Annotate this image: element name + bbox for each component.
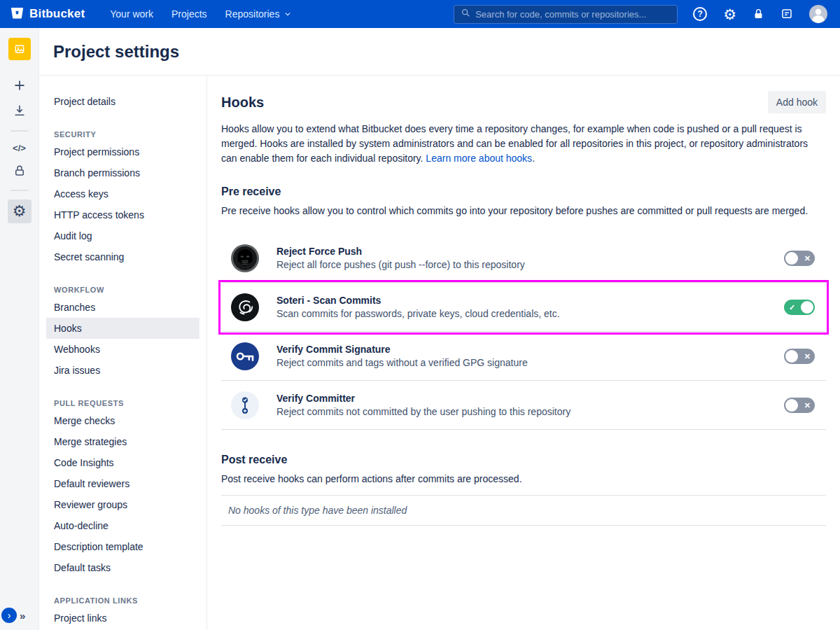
topnav-links: Your workProjectsRepositories [103,4,300,24]
create-plus-icon[interactable] [13,78,27,92]
settings-nav-item-project-permissions[interactable]: Project permissions [46,141,200,162]
settings-nav-item-merge-strategies[interactable]: Merge strategies [46,431,200,452]
user-avatar[interactable] [809,5,827,23]
help-icon[interactable]: ? [693,7,707,21]
hook-toggle-reject-force-push[interactable]: ✕ [784,251,815,266]
topnav-icon-group: ? ⚙ [693,5,827,23]
settings-nav-item-auto-decline[interactable]: Auto-decline [46,515,200,536]
search-input[interactable] [475,9,671,20]
toggle-knob [785,399,798,412]
settings-nav-item-default-tasks[interactable]: Default tasks [46,557,200,578]
toggle-cross-icon: ✕ [804,401,811,409]
top-navigation-bar: Bitbucket Your workProjectsRepositories … [0,0,840,28]
project-avatar[interactable] [8,38,31,60]
settings-nav-item-hooks[interactable]: Hooks [46,318,200,339]
page-title: Project settings [53,42,179,62]
post-receive-heading: Post receive [221,454,826,466]
hook-description: Reject all force pushes (git push --forc… [276,259,525,270]
search-icon [461,8,470,20]
toggle-cross-icon: ✕ [804,254,811,262]
rail-divider [10,130,29,132]
settings-nav-item-description-template[interactable]: Description template [46,536,200,557]
settings-nav-item-merge-checks[interactable]: Merge checks [46,410,200,431]
settings-nav-item-reviewer-groups[interactable]: Reviewer groups [46,494,200,515]
hooks-intro: Hooks allow you to extend what Bitbucket… [221,122,826,166]
hook-row-reject-force-push: Reject Force PushReject all force pushes… [221,234,826,283]
hook-description: Reject commits not committed by the user… [276,406,570,417]
security-lock-icon[interactable] [752,8,764,20]
add-hook-button[interactable]: Add hook [768,91,826,113]
left-rail: </> ⚙ › » [0,28,39,630]
topnav-link-repositories[interactable]: Repositories [218,4,300,24]
pre-receive-description: Pre receive hooks allow you to control w… [221,204,826,218]
post-receive-description: Post receive hooks can perform actions a… [221,472,826,486]
hook-name: Reject Force Push [276,246,525,257]
settings-nav-item-branch-permissions[interactable]: Branch permissions [46,162,200,183]
toggle-check-icon: ✓ [789,303,795,311]
toggle-knob [801,301,813,314]
bitbucket-logo[interactable]: Bitbucket [10,6,85,23]
topnav-link-your-work[interactable]: Your work [103,4,160,24]
toggle-knob [785,350,798,363]
pre-receive-heading: Pre receive [221,186,826,198]
double-chevron-icon[interactable]: » [20,610,25,622]
hook-row-verify-committer: Verify CommitterReject commits not commi… [221,381,826,430]
expand-sidebar-icon[interactable]: › [1,608,17,623]
settings-nav-item-jira-issues[interactable]: Jira issues [46,360,200,381]
soteri-logo-icon [231,293,259,321]
hook-toggle-soteri-scan-commits[interactable]: ✓ [784,300,815,315]
gpg-key-icon [231,342,259,370]
page-header: Project settings [39,28,840,76]
hook-row-verify-commit-signature: Verify Commit SignatureReject commits an… [221,332,826,381]
settings-nav-item-secret-scanning[interactable]: Secret scanning [46,246,200,267]
hook-toggle-verify-committer[interactable]: ✕ [784,398,815,413]
hooks-settings-panel: Hooks Add hook Hooks allow you to extend… [207,76,840,630]
settings-nav-section-application-links: APPLICATION LINKS [46,594,200,608]
hook-name: Soteri - Scan Commits [276,295,560,306]
settings-nav-item-branches[interactable]: Branches [46,297,200,318]
settings-nav-item-project-details[interactable]: Project details [46,91,200,112]
settings-nav-section-pull-requests: PULL REQUESTS [46,396,200,410]
global-search[interactable] [454,5,678,24]
topnav-link-projects[interactable]: Projects [164,4,214,24]
settings-nav-item-webhooks[interactable]: Webhooks [46,339,200,360]
code-icon[interactable]: </> [13,143,26,153]
toggle-knob [785,252,798,265]
post-receive-empty-message: No hooks of this type have been installe… [221,495,826,526]
learn-more-link[interactable]: Learn more about hooks [426,153,532,164]
settings-nav-item-project-links[interactable]: Project links [46,608,200,629]
hook-row-soteri-scan-commits: Soteri - Scan CommitsScan commits for pa… [221,283,826,332]
darth-vader-icon [231,244,259,272]
hook-name: Verify Committer [276,393,570,404]
settings-nav-item-access-keys[interactable]: Access keys [46,183,200,204]
hook-toggle-verify-commit-signature[interactable]: ✕ [784,349,815,364]
rail-divider [10,190,29,191]
project-settings-nav: Project detailsSECURITYProject permissio… [39,76,207,630]
hooks-heading: Hooks [221,94,264,111]
settings-gear-icon[interactable]: ⚙ [723,7,736,22]
pre-receive-hook-list: Reject Force PushReject all force pushes… [221,234,826,430]
feedback-icon[interactable] [780,8,793,20]
hook-description: Reject commits and tags without a verifi… [276,357,528,368]
expand-sidebar-control[interactable]: › » [1,608,25,623]
hook-name: Verify Commit Signature [276,344,528,355]
hook-text: Soteri - Scan CommitsScan commits for pa… [276,295,560,319]
bitbucket-mark-icon [10,6,24,23]
hook-text: Verify Commit SignatureReject commits an… [276,344,528,368]
settings-nav-item-default-reviewers[interactable]: Default reviewers [46,473,200,494]
download-icon[interactable] [13,104,27,118]
settings-gear-icon-active[interactable]: ⚙ [8,200,31,223]
settings-nav-item-code-insights[interactable]: Code Insights [46,452,200,473]
hook-text: Reject Force PushReject all force pushes… [276,246,525,270]
brand-name: Bitbucket [29,7,85,21]
settings-nav-item-http-access-tokens[interactable]: HTTP access tokens [46,204,200,225]
settings-nav-item-audit-log[interactable]: Audit log [46,225,200,246]
lock-icon[interactable] [13,164,26,177]
hooks-header: Hooks Add hook [221,91,826,113]
committer-graph-icon [231,391,259,419]
hook-text: Verify CommitterReject commits not commi… [276,393,570,417]
toggle-cross-icon: ✕ [804,352,811,360]
settings-nav-section-workflow: WORKFLOW [46,283,200,297]
settings-nav-section-security: SECURITY [46,127,200,141]
chevron-down-icon [283,9,293,19]
